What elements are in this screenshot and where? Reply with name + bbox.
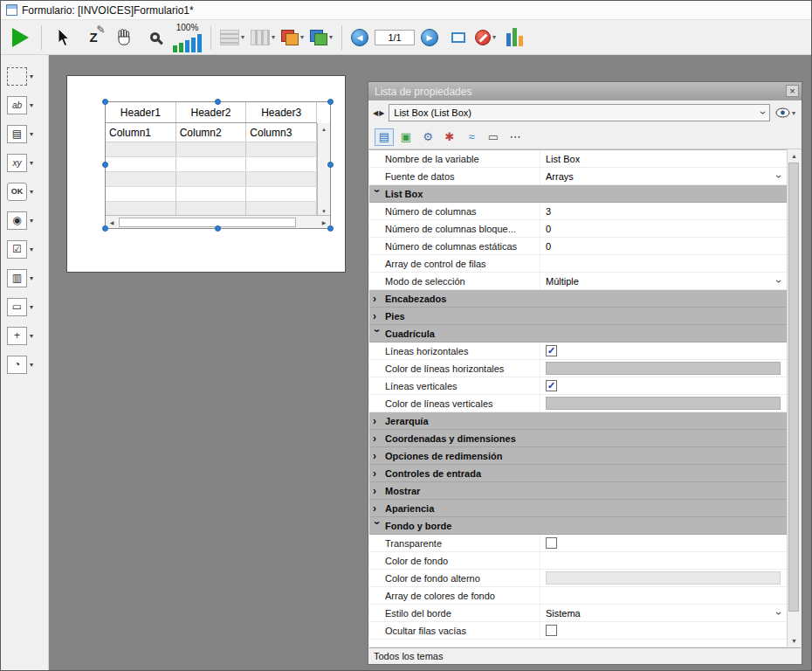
property-row[interactable]: Color de líneas horizontales — [369, 360, 787, 377]
theme-list-icon[interactable]: ▤ — [375, 128, 394, 146]
property-row[interactable]: Número de columnas estáticas0 — [369, 238, 787, 255]
listbox-tool[interactable]: ▥▾ — [1, 268, 48, 287]
property-row[interactable]: Número de columnas bloque...0 — [369, 220, 787, 238]
action-icon[interactable]: ✱ — [440, 128, 459, 146]
selection-handle[interactable] — [327, 99, 334, 105]
property-row[interactable]: Color de fondo alterno — [369, 570, 787, 587]
color-swatch-bar[interactable] — [546, 362, 781, 375]
property-row[interactable]: Modo de selecciónMúltiple› — [369, 273, 787, 290]
property-section[interactable]: ›Apariencia — [369, 500, 787, 517]
dropdown-arrow-icon[interactable]: ▾ — [30, 130, 33, 138]
property-row[interactable]: Color de líneas verticales — [369, 395, 787, 412]
scroll-down-icon[interactable]: ▼ — [788, 634, 801, 647]
property-panel-titlebar[interactable]: Lista de propiedades × — [368, 82, 802, 100]
entry-order-tool-button[interactable]: Z✎ — [81, 24, 106, 51]
radio-tool[interactable]: ◉▾ — [1, 211, 48, 230]
zoom-bars[interactable] — [173, 34, 202, 52]
move-tool-button[interactable] — [112, 24, 136, 51]
listbox-object[interactable]: Header1Header2Header3 Column1Column2Colu… — [105, 101, 331, 229]
property-section[interactable]: ›Cuadrícula — [369, 325, 787, 342]
selection-handle[interactable] — [102, 162, 108, 168]
property-row[interactable]: Líneas horizontales✓ — [369, 342, 787, 360]
duplicate-grid-button[interactable]: ▾ — [310, 30, 333, 45]
color-swatch-bar[interactable] — [546, 397, 781, 410]
execute-form-button[interactable] — [8, 24, 32, 51]
color-swatch-bar[interactable] — [546, 571, 781, 585]
variable-tool[interactable]: xy▾ — [1, 153, 48, 172]
close-icon[interactable]: × — [786, 85, 799, 97]
property-row[interactable]: Transparente — [369, 535, 787, 552]
selection-tool[interactable]: ▾ — [1, 66, 48, 86]
scroll-right-icon[interactable]: ▶ — [318, 219, 330, 225]
object-screen-icon[interactable]: ▣ — [396, 128, 416, 146]
rectangle-tool[interactable]: ▭▾ — [1, 297, 48, 316]
property-row[interactable]: Estilo del bordeSistema› — [369, 605, 787, 622]
selection-handle[interactable] — [327, 225, 334, 232]
checkbox-tool[interactable]: ☑▾ — [1, 239, 48, 259]
property-section[interactable]: ›Fondo y borde — [369, 517, 787, 535]
dropdown-arrow-icon[interactable]: ▾ — [30, 361, 33, 369]
property-section[interactable]: ›Opciones de redimensión — [369, 447, 787, 465]
pointer-tool-button[interactable] — [51, 24, 75, 51]
splitter-tool[interactable]: +▾ — [1, 326, 48, 345]
scroll-up-icon[interactable]: ▲ — [318, 123, 330, 135]
input-tool[interactable]: ab▾ — [1, 95, 48, 114]
form-windows-button[interactable] — [444, 24, 469, 51]
property-row[interactable]: Array de control de filas — [369, 255, 787, 273]
scrollbar-thumb[interactable] — [119, 218, 296, 227]
property-section[interactable]: ›Coordenadas y dimensiones — [369, 430, 787, 447]
dropdown-arrow-icon[interactable]: ▾ — [30, 303, 33, 311]
property-section[interactable]: ›Jerarquía — [369, 412, 787, 430]
dropdown-arrow-icon[interactable]: ▾ — [30, 159, 33, 167]
dropdown-arrow-icon[interactable]: ▾ — [30, 188, 33, 196]
stepper-tool[interactable]: ◔▾ — [1, 355, 48, 374]
property-row[interactable]: Fuente de datosArrays› — [369, 168, 787, 185]
selection-handle[interactable] — [327, 162, 334, 168]
property-row[interactable]: Ocultar filas vacías — [369, 622, 787, 640]
property-row[interactable]: Array de colores de fondo — [369, 587, 787, 605]
button-tool[interactable]: OK▾ — [1, 182, 48, 201]
show-hide-button[interactable]: ▾ — [774, 107, 797, 118]
gear-icon[interactable]: ⚙ — [418, 128, 437, 146]
stop-conditions-button[interactable]: ▾ — [475, 30, 496, 45]
dropdown-arrow-icon[interactable]: ▾ — [30, 73, 33, 80]
dropdown-arrow-icon[interactable]: ▾ — [30, 101, 33, 109]
property-scrollbar[interactable]: ▲ ▼ — [787, 149, 801, 647]
checkbox[interactable]: ✓ — [546, 380, 557, 391]
title-bar[interactable]: Formulario: [INVOICES]Formulario1* — [1, 1, 811, 20]
dropdown-arrow-icon[interactable]: ▾ — [30, 246, 33, 253]
move-to-level-button[interactable]: ▾ — [281, 30, 304, 45]
checkbox[interactable] — [546, 625, 557, 636]
object-selector-dropdown[interactable]: List Box (List Box) › — [389, 104, 770, 121]
dropdown-arrow-icon[interactable]: ▾ — [30, 217, 33, 225]
property-row[interactable]: Color de fondo — [369, 552, 787, 570]
property-section[interactable]: ›Encabezados — [369, 290, 787, 308]
selection-handle[interactable] — [215, 225, 221, 232]
scroll-left-icon[interactable]: ◀ — [106, 219, 118, 225]
selection-handle[interactable] — [102, 99, 108, 105]
checkbox[interactable]: ✓ — [546, 345, 557, 356]
form-area-tool[interactable]: ▤▾ — [1, 124, 48, 143]
previous-page-button[interactable]: ◀ — [351, 29, 368, 46]
property-section[interactable]: ›List Box — [369, 185, 787, 203]
checkbox[interactable] — [546, 537, 557, 549]
property-row[interactable]: Número de columnas3 — [369, 203, 787, 220]
object-nav-arrows-icon[interactable]: ◀▶ — [373, 109, 385, 117]
property-section[interactable]: ›Pies — [369, 308, 787, 325]
property-section[interactable]: ›Controles de entrada — [369, 465, 787, 482]
scroll-up-icon[interactable]: ▲ — [788, 149, 801, 162]
property-section[interactable]: ›Mostrar — [369, 482, 787, 500]
property-row[interactable]: Nombre de la variableList Box — [369, 150, 787, 168]
property-row[interactable]: Líneas verticales✓ — [369, 377, 787, 395]
selection-handle[interactable] — [215, 99, 221, 105]
selection-handle[interactable] — [102, 225, 108, 232]
listbox-vertical-scrollbar[interactable]: ▲ ▼ — [317, 123, 330, 217]
chart-icon[interactable]: ≈ — [462, 128, 481, 146]
dropdown-arrow-icon[interactable]: ▾ — [30, 332, 33, 340]
listbox-builder-button[interactable] — [502, 24, 526, 51]
scrollbar-thumb[interactable] — [788, 163, 799, 612]
more-icon[interactable]: ⋯ — [506, 128, 525, 146]
dropdown-arrow-icon[interactable]: ▾ — [30, 274, 33, 282]
next-page-button[interactable]: ▶ — [421, 29, 438, 46]
form-page[interactable]: Header1Header2Header3 Column1Column2Colu… — [66, 75, 346, 273]
